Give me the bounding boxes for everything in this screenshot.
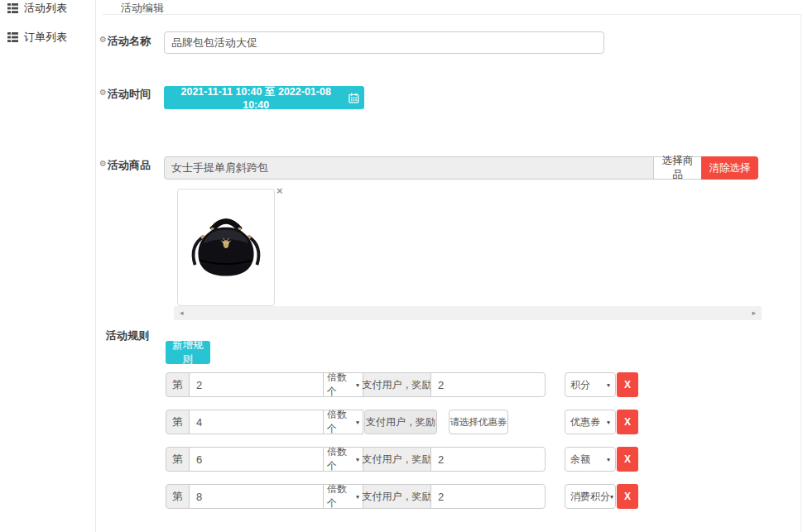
label-text: 活动规则 — [106, 328, 149, 343]
gear-icon: ⚙ — [99, 158, 107, 169]
selected-unit: 倍数个 — [327, 482, 356, 510]
rule-row: 第 倍数个 ▾ 支付用户，奖励 请选择优惠券 优惠券 ▾ X — [166, 410, 639, 434]
th-list-icon — [7, 3, 18, 13]
horizontal-scrollbar[interactable]: ◂ ▸ — [174, 306, 762, 320]
handbag-image — [186, 201, 266, 294]
th-list-icon — [7, 32, 18, 42]
selected-unit: 倍数个 — [327, 371, 356, 399]
rule-prefix-addon: 第 — [166, 484, 190, 509]
rule-prefix-addon: 第 — [166, 410, 190, 434]
product-thumbnail-card — [177, 189, 275, 306]
reward-type-select[interactable]: 消费积分 ▾ — [565, 484, 616, 509]
gear-icon: ⚙ — [99, 87, 107, 98]
reward-value-input[interactable] — [430, 447, 546, 472]
activity-time-label: ⚙ 活动时间 — [99, 87, 151, 102]
sidebar-item-order-list[interactable]: 订单列表 — [0, 31, 95, 44]
activity-name-input[interactable] — [164, 31, 604, 54]
selected-unit: 倍数个 — [327, 445, 356, 473]
caret-down-icon: ▾ — [356, 456, 359, 463]
rule-row: 第 倍数个 ▾ 支付用户，奖励 积分 ▾ X — [166, 372, 639, 397]
sidebar-item-label: 活动列表 — [24, 1, 67, 16]
label-text: 活动商品 — [108, 158, 151, 173]
product-name-input[interactable] — [164, 156, 654, 180]
rule-unit-select[interactable]: 倍数个 ▾ — [323, 447, 363, 472]
sidebar: 活动列表 订单列表 — [0, 0, 96, 532]
rule-count-input[interactable] — [189, 447, 324, 472]
reward-text-addon: 支付用户，奖励 — [363, 484, 431, 509]
activity-rules-label: 活动规则 — [106, 328, 149, 343]
rule-row: 第 倍数个 ▾ 支付用户，奖励 消费积分 ▾ X — [166, 484, 639, 509]
rule-unit-select[interactable]: 倍数个 ▾ — [323, 372, 363, 397]
remove-product-icon[interactable]: × — [276, 185, 283, 196]
label-text: 活动时间 — [108, 87, 151, 102]
rule-unit-select[interactable]: 倍数个 ▾ — [323, 410, 363, 434]
caret-down-icon: ▾ — [356, 419, 359, 425]
clear-selection-button[interactable]: 清除选择 — [701, 156, 758, 180]
reward-type-select[interactable]: 余额 ▾ — [565, 447, 616, 472]
rule-prefix-addon: 第 — [166, 447, 190, 472]
delete-rule-button[interactable]: X — [617, 447, 638, 472]
caret-down-icon: ▾ — [607, 381, 610, 388]
sidebar-item-activity-list[interactable]: 活动列表 — [0, 2, 95, 15]
reward-text-addon: 支付用户，奖励 — [363, 372, 431, 397]
reward-text-addon: 支付用户，奖励 — [363, 447, 431, 472]
rule-unit-select[interactable]: 倍数个 ▾ — [323, 484, 363, 509]
delete-rule-button[interactable]: X — [617, 484, 638, 509]
selected-type: 余额 — [570, 453, 590, 467]
caret-down-icon: ▾ — [356, 381, 359, 388]
calendar-icon — [349, 93, 359, 103]
selected-type: 消费积分 — [570, 490, 610, 504]
scroll-left-icon[interactable]: ◂ — [180, 306, 184, 320]
selected-unit: 倍数个 — [327, 408, 356, 436]
sidebar-item-label: 订单列表 — [24, 30, 67, 45]
reward-text-button: 支付用户，奖励 — [364, 410, 437, 434]
tab-divider — [103, 14, 801, 15]
choose-coupon-button[interactable]: 请选择优惠券 — [449, 410, 508, 434]
caret-down-icon: ▾ — [607, 456, 610, 463]
rule-count-input[interactable] — [189, 372, 324, 397]
reward-value-input[interactable] — [430, 372, 546, 397]
caret-down-icon: ▾ — [607, 419, 610, 425]
caret-down-icon: ▾ — [356, 493, 359, 500]
date-range-text: 2021-11-11 10:40 至 2022-01-08 10:40 — [169, 85, 343, 111]
delete-rule-button[interactable]: X — [617, 372, 638, 397]
delete-rule-button[interactable]: X — [617, 410, 638, 434]
caret-down-icon: ▾ — [610, 493, 613, 500]
selected-type: 优惠券 — [570, 415, 600, 429]
gear-icon: ⚙ — [99, 34, 107, 45]
content-right-border — [801, 14, 801, 532]
rule-count-input[interactable] — [189, 410, 324, 434]
reward-value-input[interactable] — [430, 484, 546, 509]
date-range-button[interactable]: 2021-11-11 10:40 至 2022-01-08 10:40 — [164, 86, 364, 109]
reward-type-select[interactable]: 积分 ▾ — [565, 372, 616, 397]
rule-row: 第 倍数个 ▾ 支付用户，奖励 余额 ▾ X — [166, 447, 639, 472]
activity-product-label: ⚙ 活动商品 — [99, 158, 151, 173]
scroll-right-icon[interactable]: ▸ — [752, 306, 756, 320]
rule-count-input[interactable] — [189, 484, 324, 509]
reward-type-select[interactable]: 优惠券 ▾ — [565, 410, 616, 434]
add-rule-button[interactable]: 新增规则 — [166, 341, 210, 364]
selected-type: 积分 — [570, 378, 590, 392]
select-product-button[interactable]: 选择商品 — [653, 156, 702, 180]
label-text: 活动名称 — [108, 34, 151, 49]
rule-prefix-addon: 第 — [166, 372, 190, 397]
activity-name-label: ⚙ 活动名称 — [99, 34, 151, 49]
